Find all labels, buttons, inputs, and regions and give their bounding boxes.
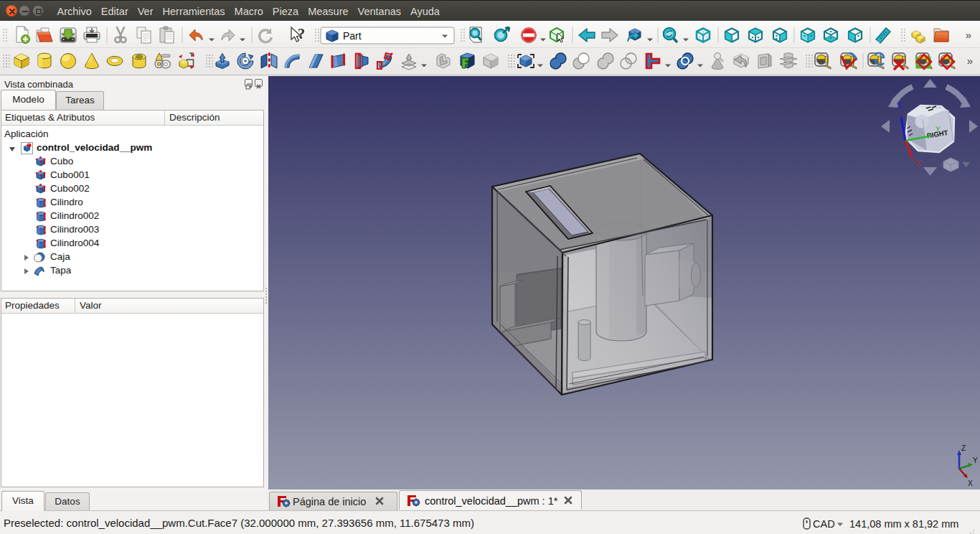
svg-text:Y: Y [936,126,941,134]
svg-text:141,08 mm x 81,92 mm: 141,08 mm x 81,92 mm [849,518,958,530]
svg-text:X: X [968,479,973,487]
svg-text:X: X [916,159,921,167]
svg-text:Z: Z [961,444,966,452]
svg-text:Y: Y [973,456,978,464]
svg-text:»: » [967,55,973,67]
svg-text:?: ? [298,26,305,42]
svg-text:»: » [966,29,971,41]
svg-text:Part: Part [343,30,362,42]
svg-text:Z: Z [897,101,902,109]
svg-text:CAD: CAD [813,518,835,530]
svg-text:Página de inicio: Página de inicio [293,496,366,507]
svg-text:control_velocidad__pwm : 1*: control_velocidad__pwm : 1* [425,495,558,507]
